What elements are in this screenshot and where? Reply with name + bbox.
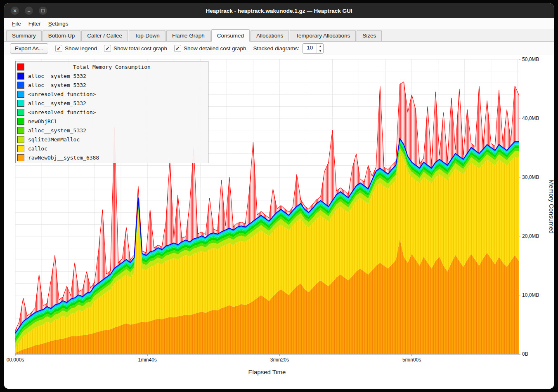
legend-item: rawNewObj__system_6388 [16, 153, 208, 162]
export-as-button[interactable]: Export As... [10, 43, 48, 54]
check-icon: ✓ [175, 45, 180, 52]
legend-label: calloc [28, 146, 47, 152]
tab-consumed[interactable]: Consumed [211, 29, 250, 42]
legend-label: newObjRC1 [28, 118, 57, 124]
tab-summary[interactable]: Summary [6, 30, 42, 41]
chevron-down-icon: ▼ [319, 49, 322, 52]
maximize-button[interactable]: □ [39, 7, 47, 15]
legend-item: <unresolved function> [16, 89, 208, 99]
consumed-chart-area: 00.000s1min40s3min20s5min00s0B10,0MB20,0… [4, 55, 554, 389]
legend-swatch [17, 127, 24, 134]
close-button[interactable]: ✕ [11, 7, 19, 15]
checkbox-label: Show total cost graph [113, 45, 167, 52]
menubar: File Filter Settings [4, 18, 554, 29]
legend-item: calloc [16, 144, 208, 153]
legend-item: <unresolved function> [16, 108, 208, 117]
legend-label: alloc__system_5332 [28, 82, 86, 88]
checkbox-label: Show detailed cost graph [184, 45, 246, 52]
legend-item: newObjRC1 [16, 117, 208, 126]
tab-flame-graph[interactable]: Flame Graph [166, 30, 210, 41]
menu-filter[interactable]: Filter [25, 19, 45, 28]
legend-swatch [17, 100, 24, 107]
legend-item: sqlite3MemMalloc [16, 135, 208, 144]
tab-sizes[interactable]: Sizes [357, 30, 382, 41]
show-total-cost-graph-checkbox[interactable]: ✓ Show total cost graph [104, 45, 167, 52]
legend-label: sqlite3MemMalloc [28, 136, 80, 143]
stepper-value: 10 [303, 44, 317, 53]
legend-title-row: Total Memory Consumption [16, 62, 208, 71]
legend-swatch [17, 91, 24, 98]
legend-item: alloc__system_5332 [16, 126, 208, 135]
chevron-up-icon: ▲ [319, 45, 322, 47]
window-controls: ✕ – □ [11, 3, 47, 18]
legend-item: alloc__system_5332 [16, 99, 208, 108]
legend-label: rawNewObj__system_6388 [28, 155, 99, 161]
y-tick-label: 50,0MB [522, 56, 539, 62]
tabbar: Summary Bottom-Up Caller / Callee Top-Do… [4, 29, 554, 42]
legend-label: alloc__system_5332 [28, 100, 86, 106]
check-icon: ✓ [105, 45, 110, 52]
stacked-diagrams-label: Stacked diagrams: [253, 45, 300, 52]
x-tick-label: 1min40s [138, 357, 157, 363]
y-tick-label: 40,0MB [522, 115, 539, 121]
legend-swatch [17, 145, 24, 152]
legend-swatch [17, 118, 24, 125]
window-title: Heaptrack - heaptrack.wakunode.1.gz — He… [4, 8, 554, 14]
checkbox-box: ✓ [174, 45, 181, 52]
heaptrack-window: ✕ – □ Heaptrack - heaptrack.wakunode.1.g… [4, 3, 554, 389]
stepper-down-button[interactable]: ▼ [317, 49, 323, 54]
y-axis-title: Memory Consumed [548, 180, 554, 234]
menu-file[interactable]: File [8, 19, 25, 28]
close-icon: ✕ [13, 8, 17, 13]
legend-swatch [17, 82, 24, 89]
legend-swatch [17, 73, 24, 80]
x-tick-label: 5min00s [402, 357, 421, 363]
legend-label: <unresolved function> [28, 109, 96, 115]
show-legend-checkbox[interactable]: ✓ Show legend [55, 45, 97, 52]
legend-swatch [17, 63, 24, 70]
tab-caller-callee[interactable]: Caller / Callee [81, 30, 128, 41]
tab-bottom-up[interactable]: Bottom-Up [43, 30, 81, 41]
show-detailed-cost-graph-checkbox[interactable]: ✓ Show detailed cost graph [174, 45, 246, 52]
legend-item: alloc__system_5332 [16, 80, 208, 89]
titlebar: ✕ – □ Heaptrack - heaptrack.wakunode.1.g… [4, 3, 554, 18]
check-icon: ✓ [57, 45, 61, 52]
x-axis-title: Elapsed Time [248, 369, 286, 376]
legend-swatch [17, 136, 24, 143]
toolbar: Export As... ✓ Show legend ✓ Show total … [4, 42, 554, 55]
legend-label: alloc__system_5332 [28, 73, 86, 79]
y-tick-label: 0B [522, 351, 528, 357]
x-tick-label: 00.000s [7, 357, 24, 363]
legend-swatch [17, 109, 24, 116]
checkbox-box: ✓ [55, 45, 62, 52]
stacked-diagrams-stepper[interactable]: 10 ▲ ▼ [303, 43, 324, 54]
tab-top-down[interactable]: Top-Down [129, 30, 166, 41]
x-tick-label: 3min20s [270, 357, 289, 363]
y-tick-label: 20,0MB [522, 233, 539, 239]
minimize-button[interactable]: – [25, 7, 33, 15]
legend-item: alloc__system_5332 [16, 71, 208, 80]
chart-legend: Total Memory Consumptionalloc__system_53… [15, 61, 208, 163]
tab-temporary-allocations[interactable]: Temporary Allocations [290, 30, 356, 41]
legend-label: alloc__system_5332 [28, 127, 86, 134]
legend-label: <unresolved function> [28, 91, 96, 97]
y-tick-label: 30,0MB [522, 174, 539, 180]
y-tick-label: 10,0MB [522, 292, 539, 298]
stepper-up-button[interactable]: ▲ [317, 44, 323, 49]
menu-settings[interactable]: Settings [45, 19, 72, 28]
maximize-icon: □ [41, 7, 45, 14]
checkbox-box: ✓ [104, 45, 111, 52]
legend-swatch [17, 154, 24, 161]
checkbox-label: Show legend [65, 45, 97, 52]
stepper-buttons: ▲ ▼ [317, 44, 323, 53]
tab-allocations[interactable]: Allocations [251, 30, 289, 41]
legend-title: Total Memory Consumption [28, 64, 196, 70]
minimize-icon: – [28, 8, 30, 13]
